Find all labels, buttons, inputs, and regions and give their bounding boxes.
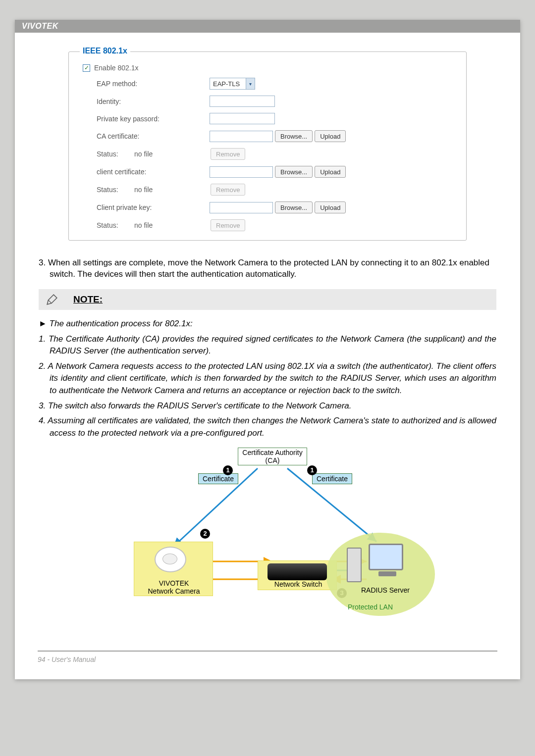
ca-remove-button[interactable]: Remove	[211, 148, 245, 160]
client-pk-status-value: no file	[134, 221, 209, 229]
diagram-step-1a: 1	[223, 465, 233, 475]
client-certificate-label: client certificate:	[97, 168, 210, 176]
monitor-icon	[365, 544, 410, 581]
page-header: VIVOTEK	[15, 20, 520, 33]
auth-step-2: 2. A Network Camera requests access to t…	[39, 360, 496, 397]
ca-label: Certificate Authority (CA)	[238, 448, 307, 465]
enable-8021x-label: Enable 802.1x	[94, 64, 139, 72]
auth-step-4: 4. Assuming all certificates are validat…	[39, 415, 496, 439]
private-key-password-label: Private key passord:	[97, 115, 210, 123]
auth-diagram: Certificate Authority (CA) Certificate C…	[109, 448, 426, 616]
auth-step-1: 1. The Certificate Authority (CA) provid…	[39, 333, 496, 357]
instruction-step-3: 3. When all settings are complete, move …	[39, 257, 496, 280]
fieldset-legend: IEEE 802.1x	[80, 47, 130, 55]
private-key-password-input[interactable]	[210, 113, 275, 124]
protected-lan-caption: Protected LAN	[348, 603, 393, 611]
client-pk-status-label: Status:	[97, 221, 134, 229]
identity-input[interactable]	[210, 96, 275, 107]
brand-label: VIVOTEK	[22, 22, 58, 30]
client-certificate-path-input[interactable]	[210, 166, 273, 178]
camera-caption: VIVOTEK Network Camera	[141, 579, 207, 595]
client-private-key-label: Client private key:	[97, 203, 210, 211]
client-cert-status-label: Status:	[97, 186, 134, 194]
client-cert-remove-button[interactable]: Remove	[211, 184, 245, 196]
switch-caption: Network Switch	[267, 580, 330, 588]
client-private-key-path-input[interactable]	[210, 202, 273, 213]
enable-8021x-checkbox[interactable]: ✓	[83, 64, 90, 72]
network-switch-icon	[268, 563, 327, 580]
settings-panel: IEEE 802.1x ✓ Enable 802.1x EAP method: …	[39, 47, 496, 252]
client-cert-browse-button[interactable]: Browse...	[275, 166, 313, 178]
note-heading: NOTE:	[73, 294, 103, 305]
diagram-step-1b: 1	[307, 465, 317, 475]
auth-intro: ► The authentication process for 802.1x:	[39, 318, 496, 330]
diagram-step-2: 2	[200, 529, 210, 539]
ca-upload-button[interactable]: Upload	[315, 130, 346, 142]
client-pk-remove-button[interactable]: Remove	[211, 219, 245, 231]
chevron-down-icon: ▾	[246, 78, 255, 89]
client-cert-upload-button[interactable]: Upload	[315, 166, 346, 178]
auth-process-text: ► The authentication process for 802.1x:…	[39, 318, 496, 440]
client-cert-status-value: no file	[134, 186, 209, 194]
camera-icon	[155, 547, 190, 576]
eap-method-label: EAP method:	[97, 80, 210, 88]
certificate-label-right: Certificate	[312, 473, 352, 484]
ca-certificate-path-input[interactable]	[210, 131, 273, 142]
eap-method-select[interactable]: EAP-TLS ▾	[210, 78, 255, 90]
client-pk-browse-button[interactable]: Browse...	[275, 202, 313, 213]
auth-step-3: 3. The switch also forwards the RADIUS S…	[39, 400, 496, 412]
footer-text: 94 - User's Manual	[15, 655, 520, 664]
radius-caption: RADIUS Server	[356, 586, 415, 594]
footer-divider	[38, 651, 497, 652]
note-box: NOTE:	[39, 289, 496, 310]
note-icon	[46, 293, 58, 306]
ca-status-label: Status:	[97, 150, 134, 158]
ca-browse-button[interactable]: Browse...	[275, 130, 313, 142]
eap-method-value: EAP-TLS	[213, 80, 240, 88]
identity-label: Identity:	[97, 98, 210, 105]
certificate-label-left: Certificate	[198, 473, 238, 484]
client-pk-upload-button[interactable]: Upload	[315, 202, 346, 213]
ca-certificate-label: CA certificate:	[97, 132, 210, 140]
ca-status-value: no file	[134, 150, 209, 158]
server-tower-icon	[347, 548, 362, 582]
